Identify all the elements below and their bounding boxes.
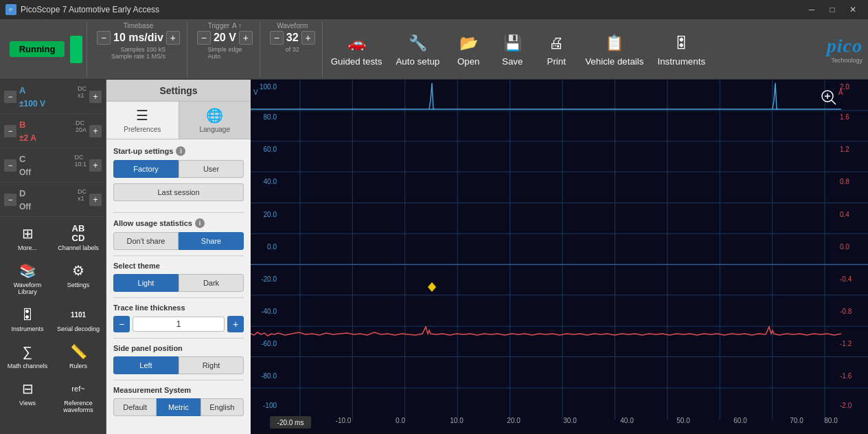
y-label-40: 40.0 (264, 178, 277, 185)
channel-c-value: Off (19, 168, 87, 177)
waveform-minus-button[interactable]: − (270, 31, 284, 45)
channel-a-minus-button[interactable]: − (4, 91, 16, 103)
settings-button[interactable]: ⚙ Settings (54, 257, 103, 299)
serial-decoding-button[interactable]: 1101 Serial decoding (54, 301, 103, 336)
waveform-plus-button[interactable]: + (301, 31, 315, 45)
waveform-library-button[interactable]: 📚 Waveform Library (3, 257, 52, 299)
sidebar-icons: ⊞ More... ABCD Channel labels 📚 Waveform… (0, 217, 106, 420)
views-button[interactable]: ⊟ Views (3, 375, 52, 418)
waveform-of-label: of 32 (286, 46, 299, 53)
metric-measurement-button[interactable]: Metric (157, 398, 200, 416)
close-button[interactable]: ✕ (843, 3, 863, 16)
more-icon: ⊞ (16, 224, 38, 243)
factory-button[interactable]: Factory (113, 160, 179, 178)
guided-tests-button[interactable]: 🚗 Guided tests (326, 30, 388, 69)
time-indicator: -20.0 ms (277, 419, 304, 426)
print-button[interactable]: 🖨 Print (536, 30, 577, 69)
maximize-button[interactable]: □ (823, 3, 842, 16)
trigger-group: Trigger A ↑ − 20 V + Simple edge Auto (190, 22, 260, 77)
dark-theme-button[interactable]: Dark (179, 274, 244, 292)
math-channels-button[interactable]: ∑ Math channels (3, 338, 52, 374)
light-theme-button[interactable]: Light (113, 274, 179, 292)
vehicle-details-label: Vehicle details (585, 56, 643, 67)
yr-label-0.8: 0.8 (840, 178, 849, 185)
yr-label-m0.4: -0.4 (840, 275, 852, 283)
usage-btn-group: Don't share Share (113, 232, 244, 250)
user-button[interactable]: User (179, 160, 244, 178)
running-button[interactable]: Running (10, 41, 65, 57)
instruments-button[interactable]: 🎛 Instruments (652, 30, 711, 69)
math-channels-label: Math channels (8, 363, 48, 369)
serial-decoding-label: Serial decoding (57, 326, 100, 332)
app-title: P PicoScope 7 Automotive Early Access (5, 4, 159, 15)
language-icon: 🌐 (206, 107, 223, 124)
print-icon: 🖨 (545, 32, 567, 54)
y-label-m20: -20.0 (261, 275, 277, 283)
trigger-info2: Auto (207, 53, 242, 60)
default-measurement-button[interactable]: Default (113, 398, 157, 416)
side-panel-title: Side panel position (113, 344, 244, 352)
print-label: Print (547, 56, 566, 67)
timebase-minus-button[interactable]: − (97, 31, 111, 45)
right-position-button[interactable]: Right (179, 356, 244, 374)
trigger-plus-button[interactable]: + (239, 31, 253, 45)
svg-rect-0 (251, 80, 868, 434)
auto-setup-button[interactable]: 🔧 Auto setup (390, 30, 445, 69)
left-sidebar: − A DCx1 ±100 V + − B DC20A ±2 A + (0, 80, 106, 434)
more-button[interactable]: ⊞ More... (3, 220, 52, 255)
trigger-minus-button[interactable]: − (197, 31, 211, 45)
vehicle-details-button[interactable]: 📋 Vehicle details (580, 30, 649, 69)
channel-labels-button[interactable]: ABCD Channel labels (54, 220, 103, 255)
channel-a-dc: DCx1 (78, 85, 87, 99)
instruments-icon: 🎛 (670, 32, 692, 54)
startup-title-text: Start-up settings (113, 147, 173, 155)
channel-d-dc: DCx1 (78, 188, 87, 202)
startup-btn-group: Factory User (113, 160, 244, 178)
language-tab-label: Language (200, 126, 231, 133)
channel-b-minus-button[interactable]: − (4, 125, 16, 137)
waveform-library-icon: 📚 (16, 261, 38, 280)
share-button[interactable]: Share (179, 232, 244, 250)
left-position-button[interactable]: Left (113, 356, 179, 374)
thickness-minus-button[interactable]: − (113, 316, 130, 332)
instruments-label: Instruments (657, 56, 705, 67)
dont-share-button[interactable]: Don't share (113, 232, 179, 250)
channel-c-plus-button[interactable]: + (89, 159, 102, 172)
channel-a-plus-button[interactable]: + (89, 91, 102, 103)
reference-waveforms-button[interactable]: ref~ Reference waveforms (54, 375, 103, 418)
minimize-button[interactable]: ─ (802, 3, 821, 16)
window-controls: ─ □ ✕ (802, 3, 863, 16)
sample-rate-value: Sample rate 1 MS/s (111, 53, 165, 60)
open-button[interactable]: 📂 Open (448, 30, 489, 69)
last-session-button[interactable]: Last session (113, 183, 244, 201)
settings-title: Settings (159, 85, 197, 96)
guided-tests-icon: 🚗 (345, 32, 367, 54)
thickness-plus-button[interactable]: + (227, 316, 244, 332)
x-label-m10: -10.0 (336, 417, 352, 424)
tab-language[interactable]: 🌐 Language (179, 102, 251, 139)
channel-d-minus-button[interactable]: − (4, 194, 16, 206)
reference-waveforms-label: Reference waveforms (56, 400, 100, 413)
english-measurement-button[interactable]: English (201, 398, 244, 416)
instruments-sidebar-icon: 🎛 (16, 305, 38, 324)
save-button[interactable]: 💾 Save (492, 30, 533, 69)
y-label-m40: -40.0 (261, 308, 277, 315)
channel-b-info: B DC20A ±2 A (16, 119, 89, 143)
instruments-sidebar-button[interactable]: 🎛 Instruments (3, 301, 52, 336)
rulers-button[interactable]: 📏 Rulers (54, 338, 103, 374)
tab-preferences[interactable]: ☰ Preferences (106, 102, 179, 139)
channel-c-minus-button[interactable]: − (4, 159, 16, 172)
position-btn-group: Left Right (113, 356, 244, 374)
usage-title-text: Allow usage statistics (113, 219, 192, 227)
theme-title-text: Select theme (113, 262, 160, 270)
channel-d-plus-button[interactable]: + (89, 194, 102, 206)
y-label-100: 100.0 (260, 83, 277, 91)
settings-content: Start-up settings i Factory User Last se… (106, 139, 251, 434)
channel-b-label: B (19, 119, 25, 133)
channel-b-plus-button[interactable]: + (89, 125, 102, 137)
rulers-icon: 📏 (67, 342, 89, 361)
timebase-plus-button[interactable]: + (166, 31, 180, 45)
titlebar: P PicoScope 7 Automotive Early Access ─ … (0, 0, 868, 19)
theme-title: Select theme (113, 262, 244, 270)
settings-icon: ⚙ (67, 261, 89, 280)
